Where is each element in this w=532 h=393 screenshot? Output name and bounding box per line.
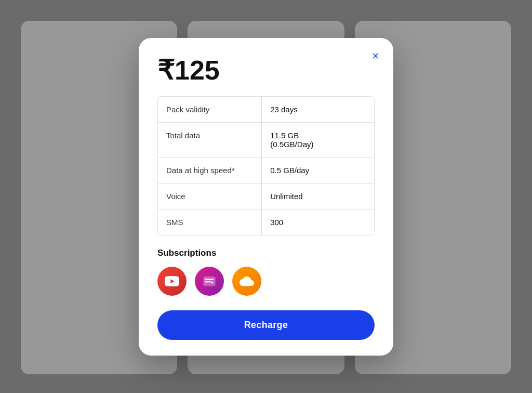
- plan-details-scroll[interactable]: Pack validity23 daysTotal data11.5 GB(0.…: [158, 97, 374, 235]
- table-row: Total data11.5 GB(0.5GB/Day): [158, 122, 374, 157]
- modal-container: × ₹125 Pack validity23 daysTotal data11.…: [139, 38, 393, 356]
- row-label: Pack validity: [158, 97, 262, 123]
- subscriptions-title: Subscriptions: [157, 248, 375, 258]
- cloud-icon: [232, 267, 261, 296]
- hotstar-icon: [195, 267, 224, 296]
- table-row: Pack validity23 days: [158, 97, 374, 123]
- details-table: Pack validity23 daysTotal data11.5 GB(0.…: [158, 97, 374, 235]
- table-row: VoiceUnlimited: [158, 183, 374, 209]
- row-value: 23 days: [262, 97, 374, 123]
- recharge-button[interactable]: Recharge: [157, 310, 375, 340]
- row-label: Total data: [158, 122, 262, 157]
- youtube-icon: [157, 267, 187, 296]
- subscription-icons-row: [157, 267, 375, 296]
- table-row: Data at high speed*0.5 GB/day: [158, 157, 374, 183]
- subscriptions-section: Subscriptions: [157, 248, 375, 296]
- row-value: 0.5 GB/day: [262, 157, 374, 183]
- plan-price: ₹125: [157, 57, 375, 84]
- row-value: 300: [262, 209, 374, 235]
- row-label: Voice: [158, 183, 262, 209]
- modal-backdrop: × ₹125 Pack validity23 daysTotal data11.…: [0, 0, 532, 393]
- row-value: 11.5 GB(0.5GB/Day): [262, 122, 374, 157]
- row-value: Unlimited: [262, 183, 374, 209]
- row-label: Data at high speed*: [158, 157, 262, 183]
- table-row: SMS300: [158, 209, 374, 235]
- row-label: SMS: [158, 209, 262, 235]
- close-button[interactable]: ×: [370, 48, 381, 64]
- plan-details-table: Pack validity23 daysTotal data11.5 GB(0.…: [157, 96, 375, 235]
